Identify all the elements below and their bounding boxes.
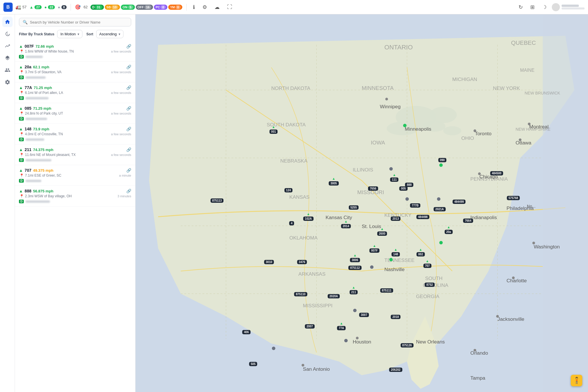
vehicle-item[interactable]: ▲ 77A 71.25 mph 🔗 📍 6.1mi W of Port alle… xyxy=(15,82,135,103)
vehicle-time: 3 minutes xyxy=(117,194,131,198)
vehicle-arrow-icon: ▲ xyxy=(19,85,23,90)
sidebar-home[interactable] xyxy=(2,17,13,27)
filter-button[interactable]: ⚙ xyxy=(200,3,209,11)
grid-button[interactable]: ⊞ xyxy=(528,3,537,11)
status-pc[interactable]: PC 0 xyxy=(154,5,167,10)
vehicle-link-icon[interactable]: 🔗 xyxy=(126,127,131,131)
map-area[interactable]: NORTH DAKOTA SOUTH DAKOTA NEBRASKA KANSA… xyxy=(136,14,588,392)
vehicle-speed: 72.66 mph xyxy=(36,44,54,49)
vehicle-speed: 62.1 mph xyxy=(33,65,49,69)
location-pin-icon: 📍 xyxy=(20,132,24,136)
status-filter[interactable]: In Motion ▾ xyxy=(57,30,82,38)
vehicle-item[interactable]: ▲ 211 74.375 mph 🔗 📍 11.6mi NE of Mount … xyxy=(15,144,135,165)
map-svg: NORTH DAKOTA SOUTH DAKOTA NEBRASKA KANSA… xyxy=(136,14,588,392)
location-pin-icon: 📍 xyxy=(20,153,24,157)
svg-text:MINNESOTA: MINNESOTA xyxy=(362,85,394,91)
status-ym[interactable]: YM 0 xyxy=(168,5,182,10)
search-input[interactable] xyxy=(30,20,127,24)
svg-text:KENTUCKY: KENTUCKY xyxy=(384,212,412,218)
moving-stat: ▲ 27 xyxy=(29,5,41,9)
svg-text:OHIO: OHIO xyxy=(461,135,474,141)
svg-text:NEW BRUNSWICK: NEW BRUNSWICK xyxy=(525,91,560,95)
streetview-button[interactable]: 🧍 xyxy=(571,375,582,386)
svg-text:SOUTH: SOUTH xyxy=(425,275,443,281)
svg-point-38 xyxy=(473,130,476,132)
logo: B xyxy=(3,3,13,12)
vehicle-item[interactable]: ▲ 888 56.875 mph 🔗 📍 2.3mi WSW of Bay vi… xyxy=(15,186,135,206)
vehicle-item[interactable]: ▲ 20a 62.1 mph 🔗 📍 3.7mi S of Staunton, … xyxy=(15,62,135,82)
expand-button[interactable]: ⛶ xyxy=(225,3,235,11)
svg-text:SOUTH DAKOTA: SOUTH DAKOTA xyxy=(267,122,306,128)
svg-point-53 xyxy=(356,337,359,339)
vehicle-speed: 74.375 mph xyxy=(33,148,53,152)
ym-label: YM xyxy=(170,5,175,9)
driver-name-blurred xyxy=(26,118,47,120)
sb-count: 10 xyxy=(111,5,118,9)
sidebar-settings[interactable] xyxy=(2,77,13,87)
vehicle-item[interactable]: ▲ 707 49.375 mph 🔗 📍 7.1mi ESE of Greer,… xyxy=(15,165,135,186)
vehicle-link-icon[interactable]: 🔗 xyxy=(126,44,131,49)
on-count: 5 xyxy=(128,5,133,9)
vehicle-link-icon[interactable]: 🔗 xyxy=(126,85,131,90)
cloud-button[interactable]: ☁ xyxy=(212,3,222,11)
driver-badge: D xyxy=(19,96,24,100)
svg-text:IOWA: IOWA xyxy=(371,140,385,146)
online-stat: ● 22 xyxy=(45,5,55,9)
driver-name-blurred xyxy=(26,76,46,79)
sidebar-history[interactable] xyxy=(2,29,13,39)
vehicle-time: a few seconds xyxy=(111,153,131,157)
vehicle-item[interactable]: ▲ 085 71.25 mph 🔗 📍 24.8mi N of Park cit… xyxy=(15,103,135,124)
svg-text:OKLAHOMA: OKLAHOMA xyxy=(289,235,318,241)
driver-badge: D xyxy=(19,55,24,59)
svg-text:MAINE: MAINE xyxy=(520,68,535,73)
svg-point-62 xyxy=(532,242,535,244)
svg-point-51 xyxy=(496,315,499,318)
vehicle-link-icon[interactable]: 🔗 xyxy=(126,106,131,111)
vehicle-time: a few seconds xyxy=(111,70,131,74)
svg-text:GEORGIA: GEORGIA xyxy=(416,293,439,299)
vehicle-location: 2.3mi WSW of Bay village, OH xyxy=(25,194,116,198)
svg-text:Nashville: Nashville xyxy=(384,267,405,272)
svg-point-56 xyxy=(473,349,476,352)
status-chevron-icon: ▾ xyxy=(78,32,79,36)
search-wrap[interactable]: 🔍 xyxy=(19,18,131,26)
vehicle-speed: 73.9 mph xyxy=(33,127,49,131)
sidebar-layers[interactable] xyxy=(2,53,13,63)
vehicle-location: 3.7mi S of Staunton, VA xyxy=(25,70,110,74)
status-off[interactable]: OFF 16 xyxy=(136,5,153,10)
sort-filter[interactable]: Ascending ▾ xyxy=(96,30,123,38)
vehicle-link-icon[interactable]: 🔗 xyxy=(126,65,131,69)
location-pin-icon: 📍 xyxy=(20,70,24,74)
trucks-stat: 🚛 57 xyxy=(16,4,26,10)
sb-label: SB xyxy=(107,5,111,9)
vehicle-link-icon[interactable]: 🔗 xyxy=(126,168,131,173)
sort-label: Sort xyxy=(86,32,93,36)
svg-text:MISSOURI: MISSOURI xyxy=(357,189,384,195)
offline-badge: 8 xyxy=(61,5,67,9)
vehicle-id: 007F xyxy=(25,44,34,49)
avatar xyxy=(552,3,560,11)
sidebar-users[interactable] xyxy=(2,65,13,75)
vehicle-speed: 71.25 mph xyxy=(33,106,51,111)
vehicle-link-icon[interactable]: 🔗 xyxy=(126,189,131,193)
sidebar-reports[interactable] xyxy=(2,41,13,51)
svg-text:Charlotte: Charlotte xyxy=(506,278,527,283)
svg-text:Chicago: Chicago xyxy=(479,174,498,179)
vehicle-speed: 56.875 mph xyxy=(33,189,53,193)
theme-button[interactable]: ☽ xyxy=(540,3,549,11)
vehicle-link-icon[interactable]: 🔗 xyxy=(126,147,131,152)
refresh-button[interactable]: ↻ xyxy=(516,3,525,11)
svg-text:Tampa: Tampa xyxy=(470,375,485,381)
pc-count: 0 xyxy=(160,5,166,9)
svg-text:Indianapolis: Indianapolis xyxy=(470,215,497,220)
driver-name-blurred xyxy=(26,97,49,99)
status-sb[interactable]: SB 10 xyxy=(105,5,120,10)
driver-name-blurred xyxy=(26,200,50,203)
vehicle-item[interactable]: ▲ 148 73.9 mph 🔗 📍 4.0mi E of Crossville… xyxy=(15,124,135,144)
status-on[interactable]: ON 5 xyxy=(121,5,135,10)
status-d[interactable]: D 31 xyxy=(90,5,104,10)
search-icon: 🔍 xyxy=(23,20,28,24)
vehicle-item[interactable]: ▲ 007F 72.66 mph 🔗 📍 1.6mi WNW of White … xyxy=(15,41,135,62)
info-button[interactable]: ℹ xyxy=(191,3,197,11)
trucks-total: 57 xyxy=(22,5,26,9)
